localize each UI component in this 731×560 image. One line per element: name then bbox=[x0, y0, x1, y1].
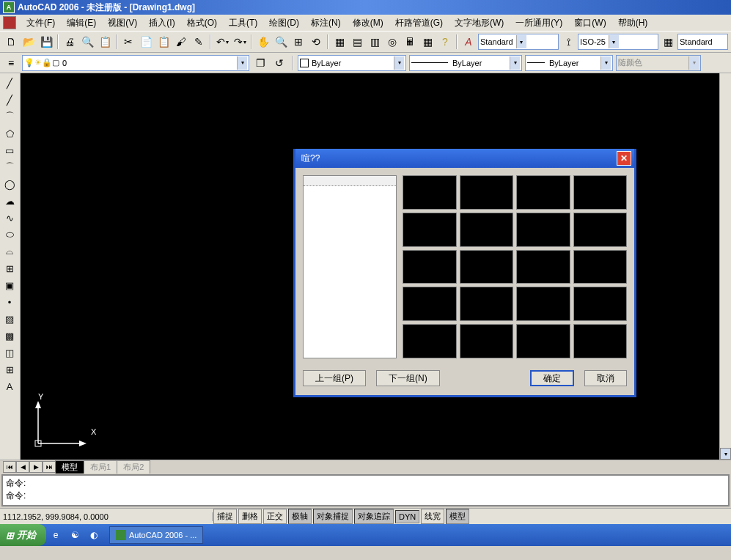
redo-icon[interactable]: ↷▾ bbox=[232, 34, 248, 50]
revcloud-icon[interactable]: ☁ bbox=[1, 193, 18, 209]
color-dropdown[interactable]: ByLayer ▾ bbox=[298, 55, 406, 71]
match-icon[interactable]: 🖌 bbox=[173, 34, 189, 50]
grid-cell[interactable] bbox=[573, 175, 628, 210]
ok-button[interactable]: 确定 bbox=[530, 370, 574, 386]
insert-block-icon[interactable]: ⊞ bbox=[1, 260, 18, 276]
menu-common[interactable]: 一所通用(Y) bbox=[510, 15, 568, 31]
ortho-toggle[interactable]: 正交 bbox=[263, 509, 287, 524]
grid-cell[interactable] bbox=[516, 287, 570, 321]
menu-text-terrain[interactable]: 文字地形(W) bbox=[449, 15, 510, 31]
arc-icon[interactable]: ⌒ bbox=[1, 159, 18, 175]
tab-nav-last-icon[interactable]: ⏭ bbox=[43, 461, 56, 473]
new-icon[interactable]: 🗋 bbox=[3, 34, 19, 50]
mtext-icon[interactable]: A bbox=[1, 378, 18, 394]
text-style-dropdown[interactable]: Standard ▾ bbox=[478, 34, 559, 50]
cancel-button[interactable]: 取消 bbox=[584, 370, 627, 386]
undo-icon[interactable]: ↶▾ bbox=[214, 34, 230, 50]
cut-icon[interactable]: ✂ bbox=[120, 34, 136, 50]
grid-cell[interactable] bbox=[460, 250, 514, 284]
grid-cell[interactable] bbox=[573, 250, 628, 284]
point-icon[interactable]: • bbox=[1, 294, 18, 310]
grid-cell[interactable] bbox=[403, 175, 457, 210]
menu-pole[interactable]: 杆路管道(G) bbox=[389, 15, 449, 31]
ie-icon[interactable]: e bbox=[48, 528, 63, 542]
paste-icon[interactable]: 📋 bbox=[155, 34, 172, 50]
tab-layout2[interactable]: 布局2 bbox=[117, 460, 150, 474]
lwt-toggle[interactable]: 线宽 bbox=[421, 509, 444, 524]
xline-icon[interactable]: ╱ bbox=[1, 92, 18, 108]
msn-icon[interactable]: ☯ bbox=[67, 528, 82, 542]
close-icon[interactable]: ✕ bbox=[617, 151, 631, 166]
pan-icon[interactable]: ✋ bbox=[255, 34, 271, 50]
circle-icon[interactable]: ◯ bbox=[1, 176, 18, 192]
save-icon[interactable]: 💾 bbox=[38, 34, 54, 50]
tool-palette-icon[interactable]: ▤ bbox=[349, 34, 365, 50]
grid-cell[interactable] bbox=[403, 324, 457, 358]
pline-icon[interactable]: ⌒ bbox=[1, 108, 18, 125]
ellipse-icon[interactable]: ⬭ bbox=[1, 226, 18, 243]
spline-icon[interactable]: ∿ bbox=[1, 210, 18, 226]
grid-cell[interactable] bbox=[573, 287, 628, 321]
sheet-icon[interactable]: ▥ bbox=[367, 34, 383, 50]
tab-nav-first-icon[interactable]: ⏮ bbox=[3, 461, 16, 473]
table-icon[interactable]: ⊞ bbox=[1, 361, 18, 377]
help-icon[interactable]: ? bbox=[437, 34, 453, 50]
tab-nav-next-icon[interactable]: ▶ bbox=[29, 461, 43, 473]
dim-style-icon[interactable]: ⟟ bbox=[560, 34, 576, 50]
table-style-dropdown[interactable]: Standard bbox=[677, 34, 728, 50]
menu-insert[interactable]: 插入(I) bbox=[143, 15, 180, 31]
scrollbar-vertical[interactable]: ▾ bbox=[719, 73, 731, 460]
menu-format[interactable]: 格式(O) bbox=[181, 15, 223, 31]
print-icon[interactable]: 🖨 bbox=[62, 34, 78, 50]
dialog-listbox[interactable] bbox=[303, 175, 397, 358]
publish-icon[interactable]: 📋 bbox=[97, 34, 113, 50]
grid-cell[interactable] bbox=[516, 175, 570, 210]
polar-toggle[interactable]: 极轴 bbox=[288, 509, 312, 524]
zoom-prev-icon[interactable]: ⟲ bbox=[308, 34, 324, 50]
grid-toggle[interactable]: 删格 bbox=[238, 509, 262, 524]
osnap-toggle[interactable]: 对象捕捉 bbox=[313, 509, 353, 524]
grid-cell[interactable] bbox=[460, 324, 514, 358]
menu-edit[interactable]: 编辑(E) bbox=[61, 15, 102, 31]
markup-icon[interactable]: ◎ bbox=[384, 34, 400, 50]
dialog-title-bar[interactable]: 喧?? ✕ bbox=[295, 149, 634, 168]
table2-icon[interactable]: ▦ bbox=[419, 34, 436, 50]
dyn-toggle[interactable]: DYN bbox=[395, 510, 419, 523]
start-button[interactable]: ⊞ 开始 bbox=[0, 524, 46, 546]
lineweight-dropdown[interactable]: ByLayer ▾ bbox=[525, 55, 613, 71]
menu-help[interactable]: 帮助(H) bbox=[612, 15, 654, 31]
layer-manager-icon[interactable]: ≡ bbox=[3, 55, 19, 71]
ws-icon[interactable]: ▦ bbox=[331, 34, 348, 50]
grid-cell[interactable] bbox=[573, 213, 628, 247]
layer-prev-icon[interactable]: ↺ bbox=[271, 55, 287, 71]
dim-style-dropdown[interactable]: ISO-25 ▾ bbox=[578, 34, 658, 50]
menu-dimension[interactable]: 标注(N) bbox=[305, 15, 347, 31]
make-block-icon[interactable]: ▣ bbox=[1, 277, 18, 293]
tab-model[interactable]: 模型 bbox=[55, 460, 84, 474]
tray-icon[interactable]: ◐ bbox=[87, 528, 101, 542]
grid-cell[interactable] bbox=[403, 213, 457, 247]
table-style-icon[interactable]: ▦ bbox=[660, 34, 676, 50]
line-icon[interactable]: ╱ bbox=[1, 75, 18, 91]
app-menu-icon[interactable] bbox=[3, 16, 16, 29]
text-style-icon[interactable]: A bbox=[460, 34, 477, 50]
zoom-win-icon[interactable]: ⊞ bbox=[290, 34, 306, 50]
model-toggle[interactable]: 模型 bbox=[446, 509, 469, 524]
tab-layout1[interactable]: 布局1 bbox=[84, 460, 117, 474]
snap-toggle[interactable]: 捕捉 bbox=[213, 509, 237, 524]
menu-view[interactable]: 视图(V) bbox=[102, 15, 143, 31]
grid-cell[interactable] bbox=[460, 213, 514, 247]
tab-nav-prev-icon[interactable]: ◀ bbox=[16, 461, 29, 473]
region-icon[interactable]: ◫ bbox=[1, 345, 18, 361]
prev-group-button[interactable]: 上一组(P) bbox=[303, 370, 366, 386]
polygon-icon[interactable]: ⬠ bbox=[1, 125, 18, 141]
grid-cell[interactable] bbox=[516, 213, 570, 247]
menu-tools[interactable]: 工具(T) bbox=[223, 15, 263, 31]
grid-cell[interactable] bbox=[573, 324, 628, 358]
paint-icon[interactable]: ✎ bbox=[191, 34, 207, 50]
otrack-toggle[interactable]: 对象追踪 bbox=[354, 509, 394, 524]
grid-cell[interactable] bbox=[516, 324, 570, 358]
zoom-rt-icon[interactable]: 🔍 bbox=[273, 34, 289, 50]
scroll-down-icon[interactable]: ▾ bbox=[720, 448, 731, 460]
grid-cell[interactable] bbox=[403, 287, 457, 321]
